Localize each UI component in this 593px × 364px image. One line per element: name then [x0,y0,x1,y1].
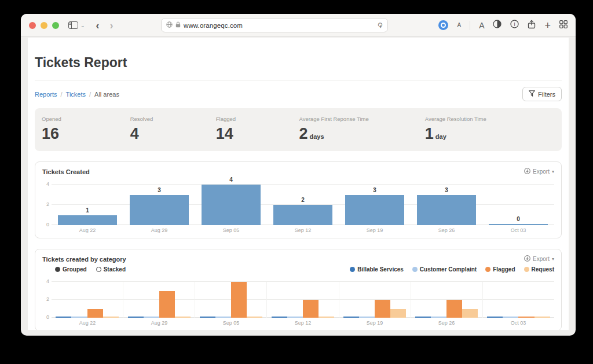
bar-group [267,282,339,318]
bar-customer-complaint [144,317,159,318]
toolbar-divider [470,21,470,30]
zoom-button[interactable] [52,22,59,29]
chevron-down-icon[interactable]: ⌄ [80,23,85,28]
bar-request [535,317,550,318]
privacy-shield-icon[interactable] [493,20,502,31]
x-tick-label: Sep 12 [267,320,339,326]
chart-legend: Billable ServicesCustomer ComplaintFlagg… [350,266,554,273]
stat-label: Resolved [130,116,216,122]
address-bar[interactable]: www.orangeqc.com ⟳ [161,18,388,32]
bar: 3 [417,195,476,226]
bar-group: 3 [123,185,195,225]
lock-icon [175,21,181,29]
bar-group [52,282,123,318]
bar-flagged [159,291,175,318]
bar-customer-complaint [359,317,375,318]
bar-group: 2 [267,185,339,225]
x-tick-label: Sep 05 [195,320,267,326]
legend-item[interactable]: Customer Complaint [412,266,477,273]
legend-marker-icon [412,267,418,272]
bar-group: 4 [195,185,267,225]
bar-request [247,317,262,318]
bar-request [390,309,406,318]
breadcrumb-item[interactable]: Tickets [66,91,86,98]
plot-wrap [52,282,554,318]
data-label: 3 [417,187,476,193]
legend-item[interactable]: Flagged [485,266,515,273]
y-tick-label: 4 [46,278,49,284]
export-icon [524,255,530,263]
sidebar-icon[interactable] [68,21,78,29]
breadcrumb-item[interactable]: Reports [35,91,57,98]
plot-wrap: 1342330 [52,185,554,225]
bar-cluster [487,282,550,318]
x-tick-label: Oct 03 [482,320,554,326]
bar-group [483,282,554,318]
minimize-button[interactable] [41,22,47,29]
bar-request [175,317,191,318]
text-size-increase-icon[interactable]: A [479,21,484,30]
breadcrumb-item: All areas [94,91,119,98]
stat-unit: day [435,133,446,140]
y-tick-label: 2 [46,201,49,207]
y-tick-label: 0 [46,222,49,227]
page-content: Tickets Report Reports/Tickets/All areas… [28,38,569,330]
stat-label: Average Resolution Time [425,116,560,122]
x-tick-label: Sep 12 [267,227,339,233]
new-tab-icon[interactable]: + [544,20,551,31]
x-tick-label: Aug 29 [123,320,195,326]
export-button[interactable]: Export ▾ [524,168,554,175]
stat-value: 16 [42,126,130,142]
text-size-decrease-icon[interactable]: A [457,22,461,28]
back-button[interactable]: ‹ [91,20,105,31]
bar-cluster [56,282,118,318]
chart-mode-radios: GroupedStacked [55,266,126,273]
toolbar-right-icons: A A i + [438,20,568,31]
x-tick-label: Aug 22 [52,227,123,233]
globe-icon [166,21,173,29]
data-label: 2 [273,197,332,203]
close-button[interactable] [29,22,36,29]
data-label: 3 [345,187,404,193]
chart-area: 024 [42,282,554,318]
bar: 3 [345,195,404,226]
legend-marker-icon [350,267,355,272]
bar-customer-complaint [287,317,303,318]
forward-button[interactable]: › [105,20,119,31]
y-tick-label: 2 [46,296,49,302]
breadcrumb-separator: / [89,91,91,98]
data-label: 4 [202,177,261,183]
bar-group [123,282,195,318]
info-icon[interactable]: i [510,20,519,31]
reload-icon[interactable]: ⟳ [376,22,384,28]
export-icon [524,168,530,175]
stat-value: 4 [130,126,216,142]
legend-marker-icon [524,267,529,272]
bar-flagged [446,300,462,318]
x-tick-label: Sep 05 [195,227,267,233]
export-button[interactable]: Export ▾ [524,255,554,263]
stats-summary-bar: Opened16Resolved4Flagged14Average First … [35,108,562,151]
legend-item[interactable]: Billable Services [350,266,404,273]
password-extension-icon[interactable] [438,20,448,30]
bar-billable-services [200,317,215,318]
bar-billable-services [128,317,144,318]
radio-icon [55,267,60,272]
stat-value: 1day [425,126,560,142]
page-title: Tickets Report [35,55,562,71]
y-axis: 024 [42,185,52,225]
tickets-created-chart: 0241342330Aug 22Aug 29Sep 05Sep 12Sep 19… [42,185,554,233]
bar-customer-complaint [71,317,87,318]
bar-group [411,282,483,318]
radio-label: Grouped [63,266,87,273]
filters-button[interactable]: Filters [522,87,562,101]
mode-radio-stacked[interactable]: Stacked [96,266,126,273]
tab-overview-icon[interactable] [559,20,568,31]
browser-toolbar: ⌄ ‹ › www.orangeqc.com ⟳ A A i [21,14,576,37]
legend-item[interactable]: Request [524,266,554,273]
stat-unit: days [310,133,324,140]
share-icon[interactable] [528,20,536,31]
bar-customer-complaint [431,317,446,318]
stat-value: 14 [216,126,299,142]
mode-radio-grouped[interactable]: Grouped [55,266,87,273]
